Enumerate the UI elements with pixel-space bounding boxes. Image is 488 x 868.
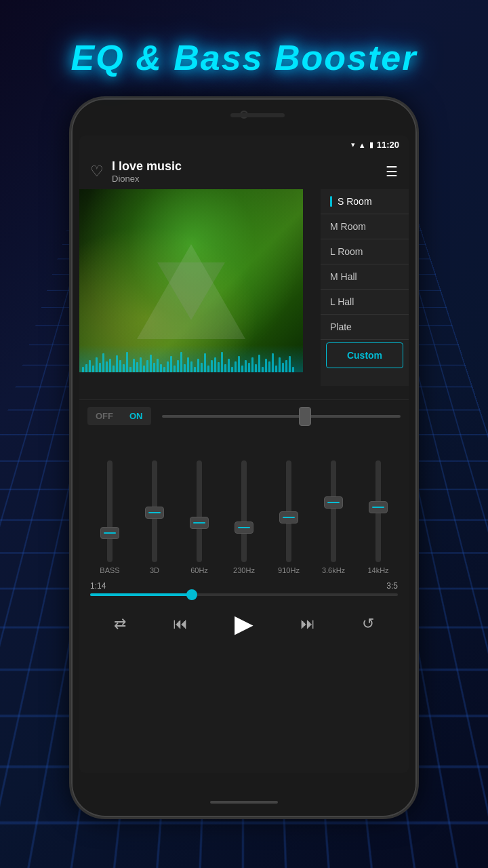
phone-home-bar [210, 801, 278, 804]
off-on-toggle[interactable]: OFF ON [87, 407, 151, 425]
eq-channel-60hz: 60Hz [183, 460, 216, 574]
content-area: S Room M Room L Room M Hall L Hall Plate [79, 189, 409, 399]
progress-times: 1:14 3:5 [90, 581, 398, 591]
14khz-label: 14kHz [367, 566, 388, 574]
play-button[interactable]: ▶ [235, 610, 253, 638]
preset-item-l-room[interactable]: L Room [321, 239, 409, 264]
3d-slider[interactable] [152, 460, 157, 562]
bass-thumb[interactable] [100, 527, 119, 539]
song-details: I love music Dionex [104, 159, 386, 184]
preset-item-s-room[interactable]: S Room [321, 189, 409, 214]
eq-channel-3d: 3D [138, 460, 171, 574]
app-title: EQ & Bass Booster [0, 37, 488, 78]
3-6khz-label: 3.6kHz [322, 566, 345, 574]
custom-preset-button[interactable]: Custom [326, 342, 403, 368]
910hz-slider[interactable] [286, 460, 291, 562]
230hz-thumb[interactable] [235, 521, 253, 534]
14khz-slider[interactable] [375, 460, 381, 562]
next-button[interactable]: ⏭ [300, 615, 315, 633]
progress-section: 1:14 3:5 [79, 574, 409, 599]
reverb-slider-thumb[interactable] [299, 407, 311, 426]
reverb-slider[interactable] [162, 415, 401, 418]
custom-label: Custom [347, 350, 382, 361]
toggle-bar: OFF ON [79, 399, 409, 432]
progress-total: 3:5 [386, 581, 398, 591]
230hz-slider[interactable] [241, 460, 247, 562]
status-bar: ▾ ▲ ▮ 11:20 [79, 136, 409, 154]
bass-label: BASS [100, 566, 119, 574]
shuffle-button[interactable]: ⇄ [114, 615, 126, 633]
favorite-icon[interactable]: ♡ [90, 163, 104, 180]
preset-item-m-room[interactable]: M Room [321, 214, 409, 239]
preset-label: L Room [330, 246, 363, 257]
preset-label: L Hall [330, 296, 354, 307]
preset-list: S Room M Room L Room M Hall L Hall Plate [321, 189, 409, 386]
song-info-bar: ♡ I love music Dionex ☰ [79, 154, 409, 189]
eq-sliders: BASS 3D 60Hz [85, 439, 403, 574]
song-artist: Dionex [112, 174, 378, 184]
3-6khz-thumb[interactable] [324, 496, 343, 509]
preset-item-m-hall[interactable]: M Hall [321, 264, 409, 290]
preset-label: M Hall [330, 271, 357, 282]
230hz-label: 230Hz [233, 566, 255, 574]
eq-channel-910hz: 910Hz [272, 460, 305, 574]
preset-label: Plate [330, 321, 352, 332]
toggle-off-label[interactable]: OFF [87, 407, 121, 425]
active-indicator [330, 196, 332, 207]
progress-track[interactable] [90, 593, 398, 596]
triangle-inner [157, 262, 225, 320]
progress-current: 1:14 [90, 581, 106, 591]
14khz-thumb[interactable] [369, 501, 388, 513]
phone-speaker [230, 113, 285, 117]
eq-channel-bass: BASS [94, 460, 126, 574]
preset-label: S Room [338, 196, 372, 207]
910hz-label: 910Hz [278, 566, 300, 574]
60hz-slider[interactable] [197, 460, 202, 562]
3-6khz-slider[interactable] [331, 460, 336, 562]
preset-item-plate[interactable]: Plate [321, 315, 409, 340]
preset-label: M Room [330, 221, 366, 232]
60hz-thumb[interactable] [190, 517, 209, 529]
status-time: 11:20 [377, 140, 399, 150]
phone-frame: ▾ ▲ ▮ 11:20 ♡ I love music Dionex ☰ [71, 98, 417, 817]
status-icons: ▾ ▲ ▮ 11:20 [351, 140, 399, 150]
previous-button[interactable]: ⏮ [173, 615, 188, 633]
3d-label: 3D [150, 566, 159, 574]
preset-item-l-hall[interactable]: L Hall [321, 290, 409, 315]
album-art [79, 189, 303, 372]
3d-thumb[interactable] [145, 507, 164, 519]
album-art-image [79, 189, 303, 372]
phone-screen: ▾ ▲ ▮ 11:20 ♡ I love music Dionex ☰ [79, 136, 409, 773]
progress-fill [90, 593, 192, 596]
song-title: I love music [112, 159, 378, 174]
battery-icon: ▮ [369, 140, 373, 149]
album-waveform [79, 345, 303, 372]
signal-icon: ▲ [359, 141, 366, 149]
eq-channel-3-6khz: 3.6kHz [317, 460, 350, 574]
toggle-on-label[interactable]: ON [121, 407, 151, 425]
progress-thumb[interactable] [186, 589, 197, 600]
eq-channel-14khz: 14kHz [362, 460, 394, 574]
playback-controls: ⇄ ⏮ ▶ ⏭ ↺ [79, 599, 409, 649]
60hz-label: 60Hz [190, 566, 208, 574]
eq-channel-230hz: 230Hz [228, 460, 260, 574]
eq-section: BASS 3D 60Hz [79, 432, 409, 574]
menu-icon[interactable]: ☰ [386, 163, 398, 180]
910hz-thumb[interactable] [279, 511, 298, 524]
repeat-button[interactable]: ↺ [362, 615, 374, 633]
bass-slider[interactable] [107, 460, 113, 562]
wifi-icon: ▾ [351, 140, 355, 149]
